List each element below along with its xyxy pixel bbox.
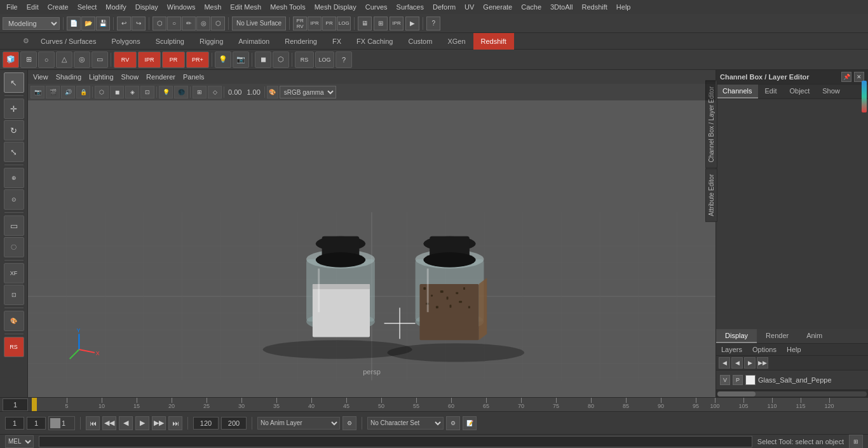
- vp-smooth-btn[interactable]: ◼: [110, 86, 124, 98]
- log-button[interactable]: LOG: [337, 17, 351, 31]
- vp-audio-btn[interactable]: 🔊: [61, 86, 75, 98]
- scene-area[interactable]: Y X persp: [28, 100, 715, 381]
- stb-light-btn[interactable]: 💡: [215, 51, 231, 68]
- viewport-menu-renderer[interactable]: Renderer: [146, 73, 175, 81]
- char-set-btn2[interactable]: 📝: [463, 416, 477, 430]
- vp-lights-btn[interactable]: 💡: [159, 86, 173, 98]
- vp-texture-btn[interactable]: ⊡: [140, 86, 154, 98]
- channel-box-scrollbar[interactable]: [716, 390, 868, 397]
- anim-layer-dropdown[interactable]: No Anim Layer: [257, 417, 340, 430]
- select-mode-button[interactable]: ⬡: [153, 17, 166, 31]
- cb-tab-object[interactable]: Object: [783, 85, 816, 98]
- scale-tool-button[interactable]: ⤡: [4, 142, 24, 162]
- help-button[interactable]: ?: [426, 17, 440, 31]
- pb-next-frame[interactable]: ▶▶: [152, 416, 166, 430]
- char-set-btn1[interactable]: ⚙: [446, 416, 460, 430]
- stb-cam-btn[interactable]: 📷: [233, 51, 249, 68]
- stb-rs-btn1[interactable]: RV: [114, 51, 137, 68]
- current-frame-input[interactable]: [3, 398, 28, 411]
- stb-sphere-btn[interactable]: ○: [38, 51, 55, 68]
- move-tool-button[interactable]: ✛: [4, 98, 24, 119]
- soft-mod-button[interactable]: ⊙: [4, 189, 24, 210]
- display-settings-button[interactable]: 🖥: [358, 17, 372, 31]
- tab-animation[interactable]: Animation: [231, 33, 277, 50]
- lasso-button[interactable]: ○: [167, 17, 181, 31]
- layer-fwd2-btn[interactable]: ▶▶: [757, 357, 768, 369]
- layer-menu-options[interactable]: Options: [747, 344, 782, 355]
- stb-cube-btn[interactable]: 🧊: [3, 51, 19, 68]
- menu-file[interactable]: File: [3, 2, 22, 12]
- vp-color-space-icon[interactable]: 🎨: [267, 86, 278, 98]
- playback-current-field[interactable]: [27, 417, 46, 430]
- menu-help[interactable]: Help: [613, 2, 635, 12]
- paint-button[interactable]: ✏: [182, 17, 196, 31]
- vp-iso-btn[interactable]: ◇: [208, 86, 222, 98]
- redo-button[interactable]: ↪: [132, 17, 146, 31]
- menu-windows[interactable]: Windows: [163, 2, 200, 12]
- menu-display[interactable]: Display: [132, 2, 162, 12]
- tab-gear-icon[interactable]: ⚙: [19, 33, 33, 50]
- cb-tab-channels[interactable]: Channels: [716, 85, 758, 98]
- menu-select[interactable]: Select: [74, 2, 101, 12]
- render-settings-button[interactable]: PR: [322, 17, 336, 31]
- vp-camera-btn[interactable]: 📷: [31, 86, 44, 98]
- layer-tab-display[interactable]: Display: [716, 329, 757, 343]
- vp-film-btn[interactable]: 🎬: [46, 86, 60, 98]
- tab-rendering[interactable]: Rendering: [277, 33, 325, 50]
- pb-goto-end[interactable]: ⏭: [168, 416, 182, 430]
- save-file-button[interactable]: 💾: [96, 17, 110, 31]
- attribute-editor-label[interactable]: Attribute Editor: [705, 168, 717, 222]
- vp-wireframe-btn[interactable]: ⬡: [95, 86, 109, 98]
- vp-shaded-btn[interactable]: ◈: [125, 86, 139, 98]
- ipr2-button[interactable]: IPR: [390, 17, 403, 31]
- script-editor-button[interactable]: ⊞: [849, 435, 863, 449]
- tab-custom[interactable]: Custom: [401, 33, 440, 50]
- pb-end-field[interactable]: [193, 417, 219, 430]
- symmetry-button[interactable]: ⬡: [211, 17, 225, 31]
- lasso-select-button[interactable]: 〇: [4, 237, 24, 257]
- grid-button[interactable]: ⊞: [374, 17, 388, 31]
- tab-fx-caching[interactable]: FX Caching: [349, 33, 400, 50]
- viewport-menu-lighting[interactable]: Lighting: [89, 73, 114, 81]
- menu-cache[interactable]: Cache: [517, 2, 545, 12]
- pb-step-back[interactable]: ◀◀: [102, 416, 116, 430]
- layer-tab-anim[interactable]: Anim: [797, 329, 831, 343]
- pb-prev-frame[interactable]: ◀: [119, 416, 133, 430]
- render-button[interactable]: ▶: [405, 17, 419, 31]
- viewport-menu-panels[interactable]: Panels: [183, 73, 205, 81]
- layer-menu-layers[interactable]: Layers: [716, 344, 747, 355]
- layer-visibility-toggle[interactable]: V: [720, 375, 730, 385]
- vp-lock-btn[interactable]: 🔒: [76, 86, 90, 98]
- menu-curves[interactable]: Curves: [362, 2, 391, 12]
- stb-mat-btn[interactable]: ◼: [255, 51, 271, 68]
- stb-rs-btn2[interactable]: IPR: [138, 51, 161, 68]
- timeline-ruler[interactable]: 5101520253035404550556065707580859095100…: [32, 398, 868, 412]
- stb-node-btn[interactable]: ⬡: [273, 51, 289, 68]
- tab-curves-surfaces[interactable]: Curves / Surfaces: [33, 33, 104, 50]
- tab-fx[interactable]: FX: [325, 33, 349, 50]
- anim-layer-btn1[interactable]: ⚙: [342, 416, 356, 430]
- cb-tab-show[interactable]: Show: [816, 85, 846, 98]
- layer-fwd-btn[interactable]: ▶: [744, 357, 756, 369]
- stb-rs5[interactable]: RS: [295, 51, 314, 68]
- menu-create[interactable]: Create: [44, 2, 72, 12]
- viewport-menu-view[interactable]: View: [33, 73, 48, 81]
- vp-color-space-dropdown[interactable]: sRGB gamma: [280, 86, 336, 98]
- stb-torus-btn[interactable]: ◎: [74, 51, 90, 68]
- menu-edit[interactable]: Edit: [23, 2, 43, 12]
- tab-redshift[interactable]: Redshift: [473, 33, 514, 50]
- script-mode-dropdown[interactable]: MEL: [5, 435, 34, 448]
- timeline-playhead[interactable]: [32, 398, 37, 412]
- layer-menu-help[interactable]: Help: [782, 344, 806, 355]
- render-view-button[interactable]: PR RV: [293, 17, 307, 31]
- layer-add-btn[interactable]: ◀: [719, 357, 730, 369]
- tab-rigging[interactable]: Rigging: [192, 33, 231, 50]
- command-input[interactable]: [39, 436, 752, 447]
- snap-tool-button[interactable]: ⊕: [4, 168, 24, 188]
- stb-help-btn[interactable]: ?: [336, 51, 352, 68]
- scroll-thumb[interactable]: [717, 391, 756, 397]
- menu-surfaces[interactable]: Surfaces: [393, 2, 428, 12]
- menu-redshift[interactable]: Redshift: [578, 2, 611, 12]
- pivot-button[interactable]: ⊡: [4, 285, 24, 305]
- new-file-button[interactable]: 📄: [67, 17, 81, 31]
